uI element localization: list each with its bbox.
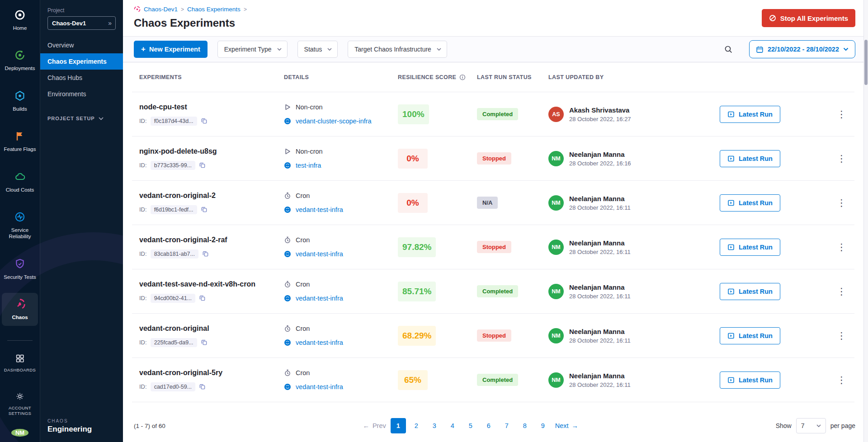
- project-name-input[interactable]: [52, 20, 108, 27]
- copy-icon[interactable]: [202, 250, 209, 257]
- copy-icon[interactable]: [201, 118, 208, 124]
- sidebar-item-label: Security Tests: [4, 274, 36, 280]
- sidebar-item-feature-flags[interactable]: Feature Flags: [2, 125, 38, 158]
- page-button-8[interactable]: 8: [517, 418, 533, 433]
- project-section-label: Project: [47, 7, 116, 14]
- date-range-picker[interactable]: 22/10/2022 - 28/10/2022: [749, 40, 855, 58]
- latest-run-button[interactable]: Latest Run: [720, 327, 780, 344]
- sidebar-item-cloud-costs[interactable]: Cloud Costs: [2, 165, 38, 198]
- nav-item-chaos-hubs[interactable]: Chaos Hubs: [40, 70, 123, 86]
- infrastructure-link[interactable]: vedant-test-infra: [296, 383, 343, 390]
- per-page-select[interactable]: 7: [796, 418, 826, 433]
- user-avatar[interactable]: NM: [548, 372, 564, 388]
- experiment-name[interactable]: vedant-cron-original-2: [139, 192, 284, 200]
- latest-run-button[interactable]: Latest Run: [720, 239, 780, 256]
- sidebar-item-service-reliability[interactable]: Service Reliability: [2, 206, 38, 245]
- resilience-score: 65%: [398, 370, 428, 390]
- user-avatar[interactable]: AS: [548, 107, 564, 122]
- next-page-button[interactable]: Next →: [555, 422, 578, 429]
- kebab-menu[interactable]: ⋮: [832, 329, 851, 342]
- page-button-7[interactable]: 7: [499, 418, 514, 433]
- experiment-name[interactable]: vedant-cron-original-5ry: [139, 369, 284, 377]
- page-button-6[interactable]: 6: [481, 418, 496, 433]
- page-button-2[interactable]: 2: [409, 418, 424, 433]
- latest-run-cell: Latest Run: [720, 106, 832, 123]
- copy-icon[interactable]: [199, 162, 206, 169]
- page-button-3[interactable]: 3: [427, 418, 442, 433]
- kebab-menu[interactable]: ⋮: [832, 108, 851, 120]
- user-avatar[interactable]: NM: [548, 284, 564, 299]
- latest-run-button[interactable]: Latest Run: [720, 371, 780, 389]
- copy-icon[interactable]: [199, 383, 206, 390]
- experiment-name[interactable]: nginx-pod-delete-u8sg: [139, 147, 284, 155]
- user-avatar[interactable]: NM: [548, 195, 564, 211]
- experiment-name[interactable]: node-cpu-test: [139, 103, 284, 111]
- info-icon[interactable]: [459, 74, 466, 80]
- kebab-menu[interactable]: ⋮: [832, 197, 851, 209]
- page-button-4[interactable]: 4: [445, 418, 460, 433]
- latest-run-button[interactable]: Latest Run: [720, 106, 780, 123]
- search-button[interactable]: [721, 42, 736, 56]
- experiment-type-filter[interactable]: Experiment Type: [217, 41, 288, 58]
- infrastructure-link[interactable]: vedant-cluster-scope-infra: [296, 118, 372, 125]
- updated-by-cell: AS Akash Shrivastava 28 October 2022, 16…: [548, 106, 720, 122]
- sidebar-item-home[interactable]: Home: [2, 4, 38, 37]
- breadcrumb-link-project[interactable]: Chaos-Dev1: [144, 6, 178, 13]
- target-chaos-infrastructure-filter[interactable]: Target Chaos Infrastructure: [348, 41, 447, 58]
- copy-icon[interactable]: [201, 339, 208, 346]
- breadcrumb-link-chaos-experiments[interactable]: Chaos Experiments: [187, 6, 241, 13]
- infrastructure-link[interactable]: vedant-test-infra: [296, 250, 343, 258]
- copy-icon[interactable]: [201, 206, 208, 213]
- project-setup-toggle[interactable]: PROJECT SETUP: [47, 116, 116, 121]
- kebab-menu[interactable]: ⋮: [832, 374, 851, 386]
- infrastructure-link[interactable]: test-infra: [296, 162, 321, 169]
- stop-all-experiments-button[interactable]: Stop All Experiments: [762, 9, 855, 27]
- page-button-5[interactable]: 5: [463, 418, 478, 433]
- nav-item-chaos-experiments[interactable]: Chaos Experiments: [40, 53, 123, 70]
- experiment-name[interactable]: vedant-cron-original: [139, 324, 284, 333]
- kebab-menu[interactable]: ⋮: [832, 241, 851, 253]
- new-experiment-button[interactable]: + New Experiment: [134, 41, 208, 58]
- latest-run-button[interactable]: Latest Run: [720, 194, 780, 212]
- user-avatar[interactable]: NM: [11, 429, 28, 437]
- experiment-name[interactable]: vedant-cron-original-2-raf: [139, 236, 284, 244]
- latest-run-button[interactable]: Latest Run: [720, 283, 780, 300]
- non-cron-icon: [284, 103, 291, 111]
- scrollbar-thumb[interactable]: [864, 40, 868, 85]
- infrastructure-link[interactable]: vedant-test-infra: [296, 206, 343, 213]
- copy-icon[interactable]: [199, 295, 206, 301]
- sidebar-item-builds[interactable]: Builds: [2, 85, 38, 118]
- infrastructure-icon: [284, 118, 291, 125]
- project-selector[interactable]: »: [47, 16, 116, 30]
- schedule-type: Cron: [296, 236, 310, 244]
- updated-date: 28 October 2022, 16:11: [569, 381, 631, 388]
- sidebar-item-label: DASHBOARDS: [4, 367, 36, 373]
- sidebar-item-dashboards[interactable]: DASHBOARDS: [2, 348, 38, 378]
- page-button-1[interactable]: 1: [391, 418, 406, 433]
- sidebar-item-security-tests[interactable]: Security Tests: [2, 253, 38, 286]
- pagination-summary: (1 - 7) of 60: [134, 423, 165, 429]
- sidebar-item-account-settings[interactable]: ACCOUNT SETTINGS: [2, 386, 38, 422]
- user-avatar[interactable]: NM: [548, 240, 564, 255]
- module-title: Engineering: [47, 425, 116, 434]
- security-tests-icon: [14, 258, 26, 272]
- kebab-menu[interactable]: ⋮: [832, 285, 851, 297]
- nav-item-environments[interactable]: Environments: [40, 86, 123, 102]
- page-button-9[interactable]: 9: [535, 418, 551, 433]
- sidebar-item-deployments[interactable]: Deployments: [2, 44, 38, 77]
- infrastructure-link[interactable]: vedant-test-infra: [296, 295, 343, 302]
- kebab-menu[interactable]: ⋮: [832, 152, 851, 165]
- expand-sidebar-icon[interactable]: »: [108, 19, 112, 27]
- prev-page-button[interactable]: ← Prev: [363, 422, 386, 429]
- updated-date: 28 October 2022, 16:16: [569, 160, 631, 167]
- status-filter[interactable]: Status: [297, 41, 338, 58]
- user-avatar[interactable]: NM: [548, 328, 564, 343]
- experiment-name[interactable]: vedant-test-save-nd-exit-v8h-cron: [139, 280, 284, 288]
- updated-date: 28 October 2022, 16:11: [569, 204, 631, 211]
- user-avatar[interactable]: NM: [548, 151, 564, 166]
- infrastructure-link[interactable]: vedant-test-infra: [296, 339, 343, 346]
- latest-run-button[interactable]: Latest Run: [720, 150, 780, 167]
- nav-item-overview[interactable]: Overview: [40, 37, 123, 53]
- sidebar-item-chaos[interactable]: Chaos: [2, 293, 38, 326]
- vertical-scrollbar[interactable]: [863, 0, 868, 442]
